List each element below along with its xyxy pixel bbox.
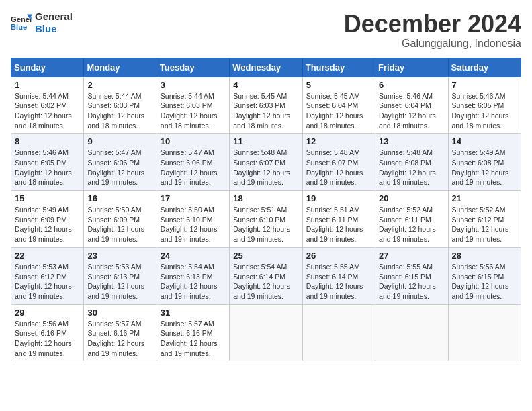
svg-text:Blue: Blue xyxy=(11,23,27,31)
day-number: 16 xyxy=(87,193,152,203)
calendar-cell: 14Sunrise: 5:49 AM Sunset: 6:08 PM Dayli… xyxy=(448,134,521,191)
calendar-cell: 16Sunrise: 5:50 AM Sunset: 6:09 PM Dayli… xyxy=(84,191,157,248)
day-number: 31 xyxy=(161,308,226,318)
location-title: Galunggalung, Indonesia xyxy=(344,38,521,50)
day-info: Sunrise: 5:56 AM Sunset: 6:15 PM Dayligh… xyxy=(452,262,517,302)
calendar-cell xyxy=(448,304,521,361)
day-info: Sunrise: 5:50 AM Sunset: 6:10 PM Dayligh… xyxy=(161,205,226,244)
day-info: Sunrise: 5:46 AM Sunset: 6:04 PM Dayligh… xyxy=(379,91,444,131)
day-number: 8 xyxy=(15,136,80,146)
day-info: Sunrise: 5:49 AM Sunset: 6:09 PM Dayligh… xyxy=(15,205,80,244)
title-block: December 2024 Galunggalung, Indonesia xyxy=(344,11,521,50)
calendar-cell: 11Sunrise: 5:48 AM Sunset: 6:07 PM Dayli… xyxy=(230,134,302,191)
day-number: 30 xyxy=(87,308,152,318)
calendar-cell: 20Sunrise: 5:52 AM Sunset: 6:11 PM Dayli… xyxy=(375,191,448,248)
day-number: 25 xyxy=(233,250,298,261)
day-info: Sunrise: 5:51 AM Sunset: 6:11 PM Dayligh… xyxy=(306,205,371,244)
day-number: 20 xyxy=(379,193,444,203)
day-number: 17 xyxy=(161,193,226,203)
day-info: Sunrise: 5:57 AM Sunset: 6:16 PM Dayligh… xyxy=(87,319,152,359)
calendar-cell: 17Sunrise: 5:50 AM Sunset: 6:10 PM Dayli… xyxy=(157,191,229,248)
calendar-week-2: 8Sunrise: 5:46 AM Sunset: 6:05 PM Daylig… xyxy=(11,134,521,191)
weekday-header-friday: Friday xyxy=(375,58,448,77)
page-header: General Blue General Blue December 2024 … xyxy=(11,11,521,50)
day-number: 11 xyxy=(233,136,298,146)
day-info: Sunrise: 5:54 AM Sunset: 6:13 PM Dayligh… xyxy=(161,262,226,302)
day-number: 2 xyxy=(87,80,152,90)
day-info: Sunrise: 5:51 AM Sunset: 6:10 PM Dayligh… xyxy=(233,205,298,244)
calendar-cell: 2Sunrise: 5:44 AM Sunset: 6:03 PM Daylig… xyxy=(84,77,157,134)
calendar-cell: 23Sunrise: 5:53 AM Sunset: 6:13 PM Dayli… xyxy=(84,247,157,304)
day-number: 22 xyxy=(15,250,80,261)
calendar-cell xyxy=(230,304,302,361)
weekday-header-saturday: Saturday xyxy=(448,58,521,77)
day-info: Sunrise: 5:57 AM Sunset: 6:16 PM Dayligh… xyxy=(161,319,226,359)
day-number: 13 xyxy=(379,136,444,146)
day-info: Sunrise: 5:46 AM Sunset: 6:05 PM Dayligh… xyxy=(15,148,80,187)
day-number: 23 xyxy=(87,250,152,261)
day-info: Sunrise: 5:44 AM Sunset: 6:03 PM Dayligh… xyxy=(87,91,152,131)
calendar-cell: 25Sunrise: 5:54 AM Sunset: 6:14 PM Dayli… xyxy=(230,247,302,304)
day-info: Sunrise: 5:47 AM Sunset: 6:06 PM Dayligh… xyxy=(87,148,152,187)
day-info: Sunrise: 5:55 AM Sunset: 6:15 PM Dayligh… xyxy=(379,262,444,302)
logo-icon: General Blue xyxy=(11,13,32,32)
day-info: Sunrise: 5:44 AM Sunset: 6:02 PM Dayligh… xyxy=(15,91,80,131)
calendar-cell: 26Sunrise: 5:55 AM Sunset: 6:14 PM Dayli… xyxy=(302,247,375,304)
day-number: 21 xyxy=(452,193,517,203)
calendar-cell xyxy=(375,304,448,361)
day-info: Sunrise: 5:48 AM Sunset: 6:08 PM Dayligh… xyxy=(379,148,444,187)
calendar-cell: 29Sunrise: 5:56 AM Sunset: 6:16 PM Dayli… xyxy=(11,304,84,361)
logo-general: General xyxy=(35,11,73,23)
day-info: Sunrise: 5:45 AM Sunset: 6:04 PM Dayligh… xyxy=(306,91,371,131)
day-number: 3 xyxy=(161,80,226,90)
day-number: 14 xyxy=(452,136,517,146)
day-info: Sunrise: 5:50 AM Sunset: 6:09 PM Dayligh… xyxy=(87,205,152,244)
day-number: 7 xyxy=(452,80,517,90)
day-info: Sunrise: 5:53 AM Sunset: 6:13 PM Dayligh… xyxy=(87,262,152,302)
calendar-cell: 28Sunrise: 5:56 AM Sunset: 6:15 PM Dayli… xyxy=(448,247,521,304)
weekday-header-thursday: Thursday xyxy=(302,58,375,77)
day-number: 12 xyxy=(306,136,371,146)
day-info: Sunrise: 5:48 AM Sunset: 6:07 PM Dayligh… xyxy=(233,148,298,187)
calendar-week-1: 1Sunrise: 5:44 AM Sunset: 6:02 PM Daylig… xyxy=(11,77,521,134)
calendar-body: 1Sunrise: 5:44 AM Sunset: 6:02 PM Daylig… xyxy=(11,77,521,361)
day-info: Sunrise: 5:44 AM Sunset: 6:03 PM Dayligh… xyxy=(161,91,226,131)
day-number: 24 xyxy=(161,250,226,261)
day-number: 27 xyxy=(379,250,444,261)
calendar-week-3: 15Sunrise: 5:49 AM Sunset: 6:09 PM Dayli… xyxy=(11,191,521,248)
calendar-cell: 6Sunrise: 5:46 AM Sunset: 6:04 PM Daylig… xyxy=(375,77,448,134)
day-info: Sunrise: 5:45 AM Sunset: 6:03 PM Dayligh… xyxy=(233,91,298,131)
calendar-cell: 10Sunrise: 5:47 AM Sunset: 6:06 PM Dayli… xyxy=(157,134,229,191)
calendar-cell: 21Sunrise: 5:52 AM Sunset: 6:12 PM Dayli… xyxy=(448,191,521,248)
weekday-header-wednesday: Wednesday xyxy=(230,58,302,77)
calendar-cell: 1Sunrise: 5:44 AM Sunset: 6:02 PM Daylig… xyxy=(11,77,84,134)
calendar-cell: 24Sunrise: 5:54 AM Sunset: 6:13 PM Dayli… xyxy=(157,247,229,304)
calendar-cell: 31Sunrise: 5:57 AM Sunset: 6:16 PM Dayli… xyxy=(157,304,229,361)
weekday-header-monday: Monday xyxy=(84,58,157,77)
day-info: Sunrise: 5:55 AM Sunset: 6:14 PM Dayligh… xyxy=(306,262,371,302)
calendar-cell: 15Sunrise: 5:49 AM Sunset: 6:09 PM Dayli… xyxy=(11,191,84,248)
day-number: 19 xyxy=(306,193,371,203)
weekday-header-sunday: Sunday xyxy=(11,58,84,77)
calendar-cell: 27Sunrise: 5:55 AM Sunset: 6:15 PM Dayli… xyxy=(375,247,448,304)
calendar-cell: 3Sunrise: 5:44 AM Sunset: 6:03 PM Daylig… xyxy=(157,77,229,134)
calendar-cell xyxy=(302,304,375,361)
calendar-week-5: 29Sunrise: 5:56 AM Sunset: 6:16 PM Dayli… xyxy=(11,304,521,361)
day-number: 10 xyxy=(161,136,226,146)
day-info: Sunrise: 5:48 AM Sunset: 6:07 PM Dayligh… xyxy=(306,148,371,187)
day-number: 28 xyxy=(452,250,517,261)
day-number: 4 xyxy=(233,80,298,90)
month-title: December 2024 xyxy=(344,11,521,38)
calendar-cell: 4Sunrise: 5:45 AM Sunset: 6:03 PM Daylig… xyxy=(230,77,302,134)
day-info: Sunrise: 5:49 AM Sunset: 6:08 PM Dayligh… xyxy=(452,148,517,187)
calendar-cell: 5Sunrise: 5:45 AM Sunset: 6:04 PM Daylig… xyxy=(302,77,375,134)
day-number: 18 xyxy=(233,193,298,203)
logo: General Blue General Blue xyxy=(11,11,73,35)
calendar-cell: 7Sunrise: 5:46 AM Sunset: 6:05 PM Daylig… xyxy=(448,77,521,134)
day-number: 6 xyxy=(379,80,444,90)
day-info: Sunrise: 5:46 AM Sunset: 6:05 PM Dayligh… xyxy=(452,91,517,131)
calendar-cell: 19Sunrise: 5:51 AM Sunset: 6:11 PM Dayli… xyxy=(302,191,375,248)
day-info: Sunrise: 5:47 AM Sunset: 6:06 PM Dayligh… xyxy=(161,148,226,187)
calendar-cell: 12Sunrise: 5:48 AM Sunset: 6:07 PM Dayli… xyxy=(302,134,375,191)
day-info: Sunrise: 5:52 AM Sunset: 6:11 PM Dayligh… xyxy=(379,205,444,244)
